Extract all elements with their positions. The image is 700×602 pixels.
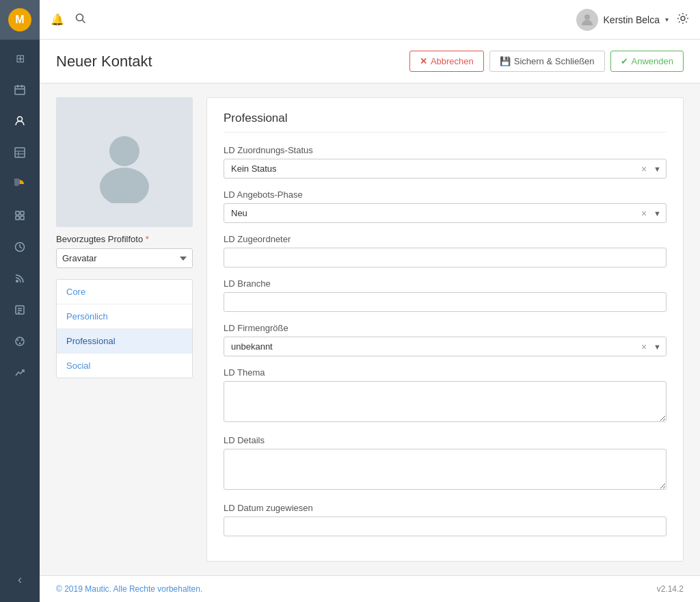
form-section-title: Professional	[224, 112, 667, 133]
form-group-angebots-phase: LD Angebots-Phase Neu × ▼	[224, 189, 667, 223]
svg-rect-5	[15, 148, 25, 157]
select-firmengroesse[interactable]: unbekannt	[224, 337, 667, 356]
form-group-datum-zugewiesen: LD Datum zugewiesen	[224, 503, 667, 536]
sidebar-item-calc[interactable]	[0, 294, 40, 326]
cancel-x-icon: ✕	[420, 56, 427, 66]
tab-social[interactable]: Social	[57, 354, 192, 378]
sidebar-collapse-button[interactable]: ‹	[0, 564, 40, 595]
select-wrapper-firmengroesse: unbekannt × ▼	[224, 337, 667, 356]
nav-tabs: Core Persönlich Professional Social	[56, 279, 193, 378]
sidebar-item-clock[interactable]	[0, 231, 40, 263]
settings-gear-icon[interactable]	[677, 12, 689, 27]
svg-point-30	[109, 136, 139, 166]
label-branche: LD Branche	[224, 278, 667, 289]
apply-check-icon: ✔	[621, 56, 628, 66]
apply-button[interactable]: ✔ Anwenden	[610, 51, 684, 72]
footer-copyright: © 2019 Mautic. Alle Rechte vorbehalten.	[56, 584, 202, 594]
label-firmengroesse: LD Firmengröße	[224, 323, 667, 333]
svg-point-25	[77, 14, 83, 21]
svg-point-27	[584, 14, 590, 20]
form-group-firmengroesse: LD Firmengröße unbekannt × ▼	[224, 323, 667, 356]
left-panel: Bevorzugtes Profilfoto * Gravatar Upload…	[56, 97, 193, 378]
photo-select[interactable]: Gravatar Upload	[56, 248, 193, 268]
avatar	[576, 9, 598, 31]
input-branche[interactable]	[224, 292, 667, 312]
required-indicator: *	[146, 234, 149, 244]
main-wrapper: 🔔 Kerstin Belca ▾ Neuer Kontakt ✕ Abbrec…	[40, 0, 700, 602]
textarea-thema[interactable]	[224, 381, 667, 422]
form-group-zugeordneter: LD Zugeordneter	[224, 234, 667, 267]
label-angebots-phase: LD Angebots-Phase	[224, 189, 667, 200]
svg-rect-9	[16, 211, 19, 215]
user-menu-chevron-icon: ▾	[665, 16, 669, 23]
sidebar-item-calendar[interactable]	[0, 74, 40, 105]
select-zuordnungs-status[interactable]: Kein Status	[224, 159, 667, 179]
svg-point-21	[16, 337, 24, 345]
photo-label: Bevorzugtes Profilfoto *	[56, 234, 193, 244]
label-details: LD Details	[224, 435, 667, 445]
sidebar-item-palette[interactable]	[0, 326, 40, 357]
svg-point-22	[17, 339, 18, 341]
sidebar-item-dashboard[interactable]: ⊞	[0, 42, 40, 74]
profile-photo-container	[56, 97, 193, 227]
username-label: Kerstin Belca	[604, 14, 660, 25]
search-icon[interactable]	[75, 13, 86, 27]
content-body: Bevorzugtes Profilfoto * Gravatar Upload…	[40, 83, 700, 575]
page-title: Neuer Kontakt	[56, 53, 409, 70]
svg-rect-0	[15, 86, 25, 94]
select-arrow-zuordnungs-status[interactable]: ▼	[651, 163, 664, 174]
select-wrapper-zuordnungs-status: Kein Status × ▼	[224, 159, 667, 179]
header-actions: ✕ Abbrechen 💾 Sichern & Schließen ✔ Anwe…	[409, 51, 684, 72]
cancel-button[interactable]: ✕ Abbrechen	[409, 51, 484, 72]
svg-rect-12	[21, 216, 24, 220]
sidebar-item-puzzle[interactable]	[0, 200, 40, 231]
select-clear-zuordnungs-status[interactable]: ×	[638, 162, 649, 176]
tab-professional[interactable]: Professional	[57, 329, 192, 354]
select-clear-firmengroesse[interactable]: ×	[638, 340, 649, 354]
svg-point-24	[19, 343, 21, 344]
user-menu[interactable]: Kerstin Belca ▾	[576, 9, 669, 31]
input-datum-zugewiesen[interactable]	[224, 516, 667, 536]
form-group-zuordnungs-status: LD Zuordnungs-Status Kein Status × ▼	[224, 145, 667, 179]
svg-line-15	[20, 247, 22, 248]
label-datum-zugewiesen: LD Datum zugewiesen	[224, 503, 667, 513]
svg-point-23	[21, 339, 23, 341]
input-zugeordneter[interactable]	[224, 248, 667, 267]
select-angebots-phase[interactable]: Neu	[224, 203, 667, 223]
notification-bell-icon[interactable]: 🔔	[51, 13, 64, 26]
svg-rect-11	[16, 216, 19, 220]
form-group-details: LD Details	[224, 435, 667, 492]
sidebar-item-chart[interactable]	[0, 168, 40, 200]
svg-rect-10	[21, 211, 24, 215]
svg-point-16	[16, 280, 18, 283]
right-panel: Professional LD Zuordnungs-Status Kein S…	[206, 97, 684, 562]
svg-point-28	[681, 16, 685, 21]
select-arrow-firmengroesse[interactable]: ▼	[651, 341, 664, 352]
textarea-details[interactable]	[224, 449, 667, 490]
content-area: Neuer Kontakt ✕ Abbrechen 💾 Sichern & Sc…	[40, 40, 700, 575]
sidebar-item-trending[interactable]	[0, 357, 40, 389]
sidebar: M ⊞ ‹	[0, 0, 40, 602]
sidebar-item-rss[interactable]	[0, 263, 40, 294]
profile-avatar-svg	[83, 121, 165, 203]
label-zugeordneter: LD Zugeordneter	[224, 234, 667, 244]
sidebar-item-contacts[interactable]	[0, 105, 40, 137]
label-thema: LD Thema	[224, 367, 667, 378]
sidebar-item-table[interactable]	[0, 137, 40, 168]
select-clear-angebots-phase[interactable]: ×	[638, 207, 649, 220]
select-wrapper-angebots-phase: Neu × ▼	[224, 203, 667, 223]
tab-core[interactable]: Core	[57, 280, 192, 304]
select-arrow-angebots-phase[interactable]: ▼	[651, 208, 664, 219]
footer-version: v2.14.2	[657, 584, 684, 594]
save-icon: 💾	[500, 56, 511, 66]
footer: © 2019 Mautic. Alle Rechte vorbehalten. …	[40, 575, 700, 602]
save-close-button[interactable]: 💾 Sichern & Schließen	[489, 51, 605, 72]
page-header: Neuer Kontakt ✕ Abbrechen 💾 Sichern & Sc…	[40, 40, 700, 83]
label-zuordnungs-status: LD Zuordnungs-Status	[224, 145, 667, 155]
svg-line-26	[83, 20, 85, 23]
topbar: 🔔 Kerstin Belca ▾	[40, 0, 700, 40]
sidebar-logo[interactable]: M	[0, 0, 40, 40]
footer-link[interactable]: © 2019 Mautic. Alle Rechte vorbehalten.	[56, 584, 202, 594]
tab-personal[interactable]: Persönlich	[57, 304, 192, 329]
form-group-thema: LD Thema	[224, 367, 667, 424]
